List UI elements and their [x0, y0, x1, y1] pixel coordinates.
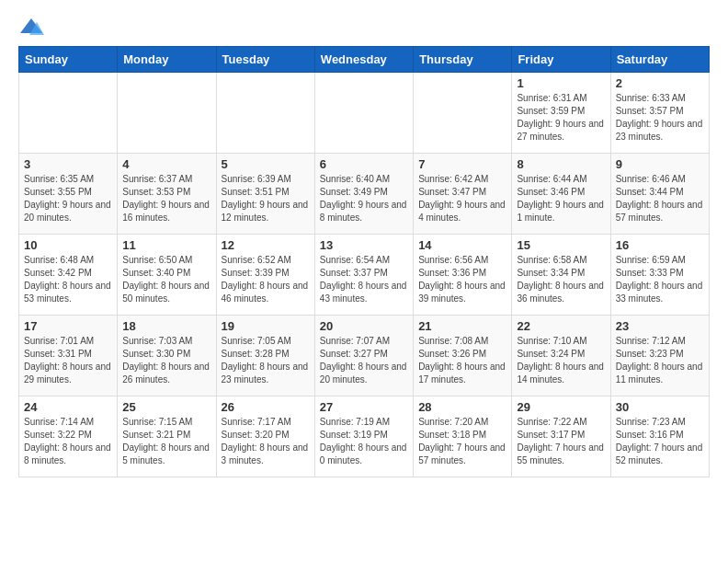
day-info: Sunrise: 7:01 AMSunset: 3:31 PMDaylight:…: [24, 335, 112, 386]
day-number: 25: [122, 400, 210, 414]
day-info: Sunrise: 6:59 AMSunset: 3:33 PMDaylight:…: [616, 254, 704, 305]
day-number: 9: [616, 157, 704, 171]
day-info: Sunrise: 7:03 AMSunset: 3:30 PMDaylight:…: [122, 335, 210, 386]
calendar-cell: 29Sunrise: 7:22 AMSunset: 3:17 PMDayligh…: [512, 396, 610, 477]
calendar-cell: [216, 73, 314, 154]
day-info: Sunrise: 6:50 AMSunset: 3:40 PMDaylight:…: [122, 254, 210, 305]
calendar-cell: 12Sunrise: 6:52 AMSunset: 3:39 PMDayligh…: [216, 235, 314, 316]
calendar-cell: 26Sunrise: 7:17 AMSunset: 3:20 PMDayligh…: [216, 396, 314, 477]
day-info: Sunrise: 7:10 AMSunset: 3:24 PMDaylight:…: [517, 335, 605, 386]
header: [18, 15, 710, 40]
day-number: 3: [24, 157, 112, 171]
day-number: 7: [418, 157, 506, 171]
weekday-header-row: SundayMondayTuesdayWednesdayThursdayFrid…: [19, 47, 710, 73]
calendar-cell: 6Sunrise: 6:40 AMSunset: 3:49 PMDaylight…: [314, 154, 413, 235]
day-number: 1: [517, 76, 605, 90]
day-number: 14: [418, 238, 506, 252]
calendar-cell: 8Sunrise: 6:44 AMSunset: 3:46 PMDaylight…: [512, 154, 610, 235]
day-number: 26: [222, 400, 310, 414]
week-row-3: 17Sunrise: 7:01 AMSunset: 3:31 PMDayligh…: [19, 316, 710, 396]
calendar-cell: 5Sunrise: 6:39 AMSunset: 3:51 PMDaylight…: [216, 154, 314, 235]
day-info: Sunrise: 6:39 AMSunset: 3:51 PMDaylight:…: [222, 173, 310, 224]
weekday-tuesday: Tuesday: [216, 47, 314, 73]
day-info: Sunrise: 7:05 AMSunset: 3:28 PMDaylight:…: [222, 335, 310, 386]
logo: [18, 15, 48, 40]
day-number: 29: [517, 400, 605, 414]
day-number: 6: [320, 157, 408, 171]
week-row-2: 10Sunrise: 6:48 AMSunset: 3:42 PMDayligh…: [19, 235, 710, 316]
day-info: Sunrise: 6:35 AMSunset: 3:55 PMDaylight:…: [24, 173, 112, 224]
day-number: 20: [320, 319, 408, 333]
calendar-cell: 2Sunrise: 6:33 AMSunset: 3:57 PMDaylight…: [610, 73, 709, 154]
calendar-cell: [118, 73, 216, 154]
day-number: 8: [517, 157, 605, 171]
day-info: Sunrise: 6:33 AMSunset: 3:57 PMDaylight:…: [616, 92, 704, 144]
calendar-cell: 25Sunrise: 7:15 AMSunset: 3:21 PMDayligh…: [118, 396, 216, 477]
day-info: Sunrise: 6:46 AMSunset: 3:44 PMDaylight:…: [616, 173, 704, 224]
calendar-cell: [19, 73, 118, 154]
day-number: 27: [320, 400, 408, 414]
day-number: 18: [122, 319, 210, 333]
day-info: Sunrise: 7:14 AMSunset: 3:22 PMDaylight:…: [24, 416, 112, 467]
day-number: 24: [24, 400, 112, 414]
week-row-1: 3Sunrise: 6:35 AMSunset: 3:55 PMDaylight…: [19, 154, 710, 235]
day-info: Sunrise: 7:12 AMSunset: 3:23 PMDaylight:…: [616, 335, 704, 386]
week-row-4: 24Sunrise: 7:14 AMSunset: 3:22 PMDayligh…: [19, 396, 710, 477]
day-info: Sunrise: 6:31 AMSunset: 3:59 PMDaylight:…: [517, 92, 605, 144]
day-info: Sunrise: 7:15 AMSunset: 3:21 PMDaylight:…: [122, 416, 210, 467]
day-info: Sunrise: 6:42 AMSunset: 3:47 PMDaylight:…: [418, 173, 506, 224]
calendar-cell: 10Sunrise: 6:48 AMSunset: 3:42 PMDayligh…: [19, 235, 118, 316]
calendar-cell: 28Sunrise: 7:20 AMSunset: 3:18 PMDayligh…: [414, 396, 512, 477]
day-number: 11: [122, 238, 210, 252]
calendar-cell: 23Sunrise: 7:12 AMSunset: 3:23 PMDayligh…: [610, 316, 709, 396]
day-info: Sunrise: 7:07 AMSunset: 3:27 PMDaylight:…: [320, 335, 408, 386]
calendar-cell: 9Sunrise: 6:46 AMSunset: 3:44 PMDaylight…: [610, 154, 709, 235]
logo-icon: [18, 15, 44, 40]
weekday-monday: Monday: [118, 47, 216, 73]
calendar-cell: 17Sunrise: 7:01 AMSunset: 3:31 PMDayligh…: [19, 316, 118, 396]
calendar-cell: 18Sunrise: 7:03 AMSunset: 3:30 PMDayligh…: [118, 316, 216, 396]
day-number: 28: [418, 400, 506, 414]
day-info: Sunrise: 6:52 AMSunset: 3:39 PMDaylight:…: [222, 254, 310, 305]
page: SundayMondayTuesdayWednesdayThursdayFrid…: [0, 0, 728, 487]
day-number: 13: [320, 238, 408, 252]
day-info: Sunrise: 6:56 AMSunset: 3:36 PMDaylight:…: [418, 254, 506, 305]
calendar-cell: [414, 73, 512, 154]
calendar-cell: 1Sunrise: 6:31 AMSunset: 3:59 PMDaylight…: [512, 73, 610, 154]
calendar-cell: 27Sunrise: 7:19 AMSunset: 3:19 PMDayligh…: [314, 396, 413, 477]
day-info: Sunrise: 7:08 AMSunset: 3:26 PMDaylight:…: [418, 335, 506, 386]
day-number: 16: [616, 238, 704, 252]
day-number: 15: [517, 238, 605, 252]
day-number: 4: [122, 157, 210, 171]
day-number: 21: [418, 319, 506, 333]
calendar-cell: 22Sunrise: 7:10 AMSunset: 3:24 PMDayligh…: [512, 316, 610, 396]
calendar-cell: 16Sunrise: 6:59 AMSunset: 3:33 PMDayligh…: [610, 235, 709, 316]
day-info: Sunrise: 6:37 AMSunset: 3:53 PMDaylight:…: [122, 173, 210, 224]
day-number: 5: [222, 157, 310, 171]
week-row-0: 1Sunrise: 6:31 AMSunset: 3:59 PMDaylight…: [19, 73, 710, 154]
calendar-cell: [314, 73, 413, 154]
calendar-cell: 30Sunrise: 7:23 AMSunset: 3:16 PMDayligh…: [610, 396, 709, 477]
calendar-cell: 4Sunrise: 6:37 AMSunset: 3:53 PMDaylight…: [118, 154, 216, 235]
day-info: Sunrise: 7:20 AMSunset: 3:18 PMDaylight:…: [418, 416, 506, 467]
weekday-thursday: Thursday: [414, 47, 512, 73]
day-info: Sunrise: 7:19 AMSunset: 3:19 PMDaylight:…: [320, 416, 408, 467]
calendar-cell: 11Sunrise: 6:50 AMSunset: 3:40 PMDayligh…: [118, 235, 216, 316]
day-info: Sunrise: 6:58 AMSunset: 3:34 PMDaylight:…: [517, 254, 605, 305]
calendar-cell: 3Sunrise: 6:35 AMSunset: 3:55 PMDaylight…: [19, 154, 118, 235]
day-info: Sunrise: 7:22 AMSunset: 3:17 PMDaylight:…: [517, 416, 605, 467]
day-number: 12: [222, 238, 310, 252]
day-number: 19: [222, 319, 310, 333]
day-number: 30: [616, 400, 704, 414]
weekday-saturday: Saturday: [610, 47, 709, 73]
day-info: Sunrise: 7:23 AMSunset: 3:16 PMDaylight:…: [616, 416, 704, 467]
day-info: Sunrise: 6:54 AMSunset: 3:37 PMDaylight:…: [320, 254, 408, 305]
weekday-friday: Friday: [512, 47, 610, 73]
day-info: Sunrise: 6:48 AMSunset: 3:42 PMDaylight:…: [24, 254, 112, 305]
calendar-cell: 15Sunrise: 6:58 AMSunset: 3:34 PMDayligh…: [512, 235, 610, 316]
calendar-cell: 7Sunrise: 6:42 AMSunset: 3:47 PMDaylight…: [414, 154, 512, 235]
day-number: 17: [24, 319, 112, 333]
calendar-cell: 21Sunrise: 7:08 AMSunset: 3:26 PMDayligh…: [414, 316, 512, 396]
day-info: Sunrise: 6:40 AMSunset: 3:49 PMDaylight:…: [320, 173, 408, 224]
calendar-table: SundayMondayTuesdayWednesdayThursdayFrid…: [18, 46, 710, 477]
